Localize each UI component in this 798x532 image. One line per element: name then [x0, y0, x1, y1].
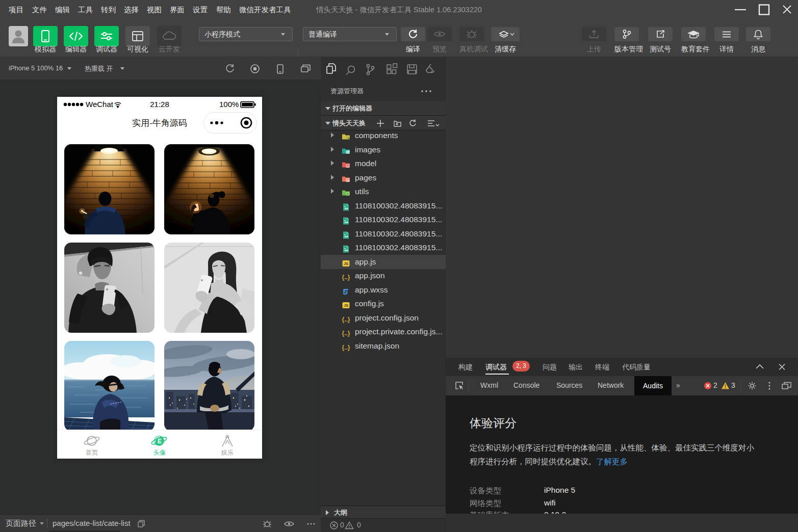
svg-text:JS: JS: [344, 303, 348, 308]
svg-text:{..}: {..}: [342, 330, 350, 337]
svg-text:{..}: {..}: [342, 274, 350, 281]
svg-text:100%: 100%: [219, 100, 239, 109]
svg-text:JS: JS: [344, 261, 348, 266]
svg-text:{..}: {..}: [342, 344, 350, 351]
svg-text:{..}: {..}: [342, 316, 350, 323]
svg-text:E: E: [158, 438, 162, 445]
